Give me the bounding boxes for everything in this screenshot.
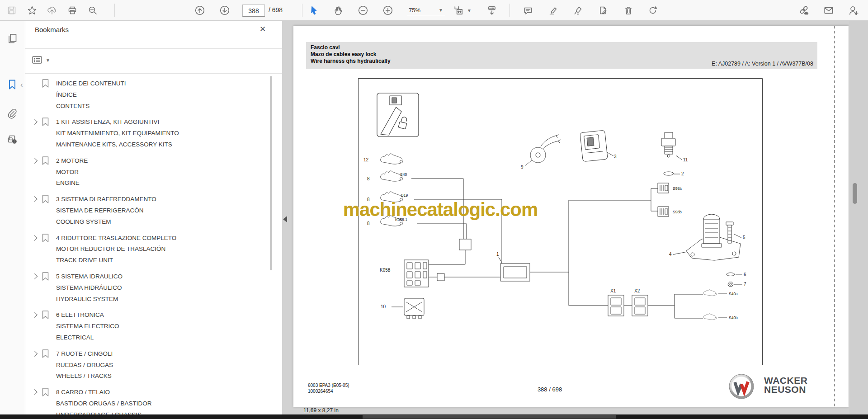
bookmark-item-text: 1 KIT ASSISTENZA, KIT AGGIUNTIVIKIT MANT… xyxy=(56,117,278,150)
fit-width-icon[interactable] xyxy=(453,5,464,16)
bookmark-item-text: 8 CARRO / TELAIOBASTIDOR ORUGAS / BASTID… xyxy=(56,387,278,415)
toolbar-divider xyxy=(114,4,115,17)
part-label: 9 xyxy=(521,165,524,169)
bookmarks-list: INDICE DEI CONTENUTIÍNDICECONTENTS 1 KIT… xyxy=(25,76,278,415)
bookmark-item[interactable]: 3 SISTEMA DI RAFFREDDAMENTOSISTEMA DE RE… xyxy=(25,192,278,230)
brand-wordmark: WACKER NEUSON xyxy=(764,376,807,394)
bookmark-item[interactable]: 8 CARRO / TELAIOBASTIDOR ORUGAS / BASTID… xyxy=(25,385,278,415)
net-label: S40a xyxy=(729,292,738,296)
bookmark-item-text: INDICE DEI CONTENUTIÍNDICECONTENTS xyxy=(56,78,278,112)
wiring-diagram: 12 8 S40 8 B19 8 K058.1 9 3 11 2 S98a S9… xyxy=(358,78,763,365)
highlight-icon[interactable] xyxy=(548,5,559,16)
options-list-icon xyxy=(32,55,43,65)
page-reference: E: AJ02789 / A: Version 1 / AVW377B/08 xyxy=(712,61,813,67)
net-label: S40b xyxy=(729,315,738,320)
bookmark-ribbon-icon xyxy=(42,349,49,360)
vertical-scrollbar-thumb[interactable] xyxy=(853,183,857,204)
edit-page-icon[interactable] xyxy=(598,5,609,16)
scroll-mode-icon[interactable] xyxy=(486,5,497,16)
page-tile-boundary xyxy=(834,26,835,407)
expand-chevron-icon[interactable] xyxy=(32,235,38,241)
bookmark-ribbon-icon xyxy=(42,156,49,167)
bookmarks-panel-title: Bookmarks xyxy=(35,26,69,33)
document-code: 6003 EPA3 (E05-05) 1000264654 xyxy=(308,382,349,394)
part-label: 8 xyxy=(367,176,370,181)
bookmarks-icon[interactable] xyxy=(5,77,20,92)
collapse-panel-button[interactable] xyxy=(283,216,287,222)
wacker-neuson-logo-icon xyxy=(728,373,755,401)
expand-chevron-icon[interactable] xyxy=(32,158,38,164)
bookmark-item-text: 6 ELETTRONICASISTEMA ELECTRICOELECTRICAL xyxy=(56,310,278,343)
component-label: K058 xyxy=(380,268,391,273)
delete-icon[interactable] xyxy=(623,5,634,16)
bookmark-item-text: 5 SISTEMA IDRAULICOSISTEMA HIDRÁULICOHYD… xyxy=(56,271,278,305)
bookmark-item[interactable]: INDICE DEI CONTENUTIÍNDICECONTENTS xyxy=(25,76,278,114)
zoom-out-icon[interactable] xyxy=(358,5,368,16)
rotate-icon[interactable] xyxy=(647,5,658,16)
top-toolbar: / 698 75%▼ ▼ xyxy=(0,0,868,21)
email-icon[interactable] xyxy=(823,5,834,16)
select-tool-icon[interactable] xyxy=(308,5,319,16)
zoom-in-icon[interactable] xyxy=(382,5,393,16)
bookmark-item[interactable]: 7 RUOTE / CINGOLIRUEDAS / ORUGASWHEELS /… xyxy=(25,346,278,385)
bookmark-item[interactable]: 1 KIT ASSISTENZA, KIT AGGIUNTIVIKIT MANT… xyxy=(25,114,278,153)
print-icon[interactable] xyxy=(67,5,78,16)
expand-chevron-icon[interactable] xyxy=(32,389,38,395)
next-page-icon[interactable] xyxy=(219,5,230,16)
brand-line1: WACKER xyxy=(764,376,807,385)
save-icon[interactable] xyxy=(6,5,17,16)
expand-chevron-icon[interactable] xyxy=(32,196,38,202)
previous-page-icon[interactable] xyxy=(194,5,205,16)
attachments-icon[interactable] xyxy=(5,107,20,122)
comment-icon[interactable] xyxy=(523,5,533,16)
part-label: 11 xyxy=(683,157,688,162)
add-person-icon[interactable] xyxy=(848,5,859,16)
bookmark-item[interactable]: 2 MOTOREMOTORENGINE xyxy=(25,153,278,192)
document-code-line2: 1000264654 xyxy=(308,388,349,394)
expand-chevron-icon[interactable] xyxy=(32,273,38,279)
bookmarks-scrollbar[interactable] xyxy=(270,76,272,270)
page-size-status: 11,69 x 8,27 in xyxy=(303,407,339,414)
page-title-line: Fascio cavi xyxy=(311,44,813,51)
share-upload-icon[interactable] xyxy=(47,5,57,16)
toolbar-divider xyxy=(302,4,302,17)
bookmark-item[interactable]: 6 ELETTRONICASISTEMA ELECTRICOELECTRICAL xyxy=(25,307,278,346)
fill-sign-icon[interactable] xyxy=(572,5,583,16)
part-label: 10 xyxy=(381,304,386,309)
chevron-down-icon[interactable]: ▼ xyxy=(467,8,472,13)
page-total-label: / 698 xyxy=(269,6,283,14)
connector-label: X1 xyxy=(610,288,616,293)
part-label: 5 xyxy=(743,235,745,240)
hand-tool-icon[interactable] xyxy=(333,5,344,16)
share-link-icon[interactable] xyxy=(798,5,809,16)
pdf-page: Fascio cavi Mazo de cables easy lock Wir… xyxy=(293,26,849,407)
model-tree-icon[interactable]: i xyxy=(5,132,20,147)
bookmark-ribbon-icon xyxy=(42,387,49,399)
page-indicator: 388 / 698 xyxy=(532,386,568,393)
star-icon[interactable] xyxy=(27,5,38,16)
chevron-down-icon: ▼ xyxy=(439,8,443,13)
net-label: S98a xyxy=(673,186,682,191)
zoom-level-value: 75% xyxy=(409,7,420,14)
toolbar-divider xyxy=(509,4,510,17)
expand-chevron-icon[interactable] xyxy=(32,312,38,318)
bookmark-ribbon-icon xyxy=(42,79,49,90)
horizontal-scrollbar-thumb[interactable] xyxy=(363,415,616,419)
divider xyxy=(25,73,282,74)
bookmark-item[interactable]: 4 RIDUTTORE TRASLAZIONE COMPLETOMOTOR RE… xyxy=(25,231,278,269)
page-title-line: Mazo de cables easy lock xyxy=(311,51,813,58)
close-icon[interactable]: ✕ xyxy=(259,24,266,34)
divider xyxy=(25,48,282,49)
expand-chevron-icon[interactable] xyxy=(32,351,38,357)
bookmark-item[interactable]: 5 SISTEMA IDRAULICOSISTEMA HIDRÁULICOHYD… xyxy=(25,269,278,307)
expand-chevron-icon[interactable] xyxy=(32,119,38,125)
search-icon[interactable] xyxy=(87,5,98,16)
zoom-level-dropdown[interactable]: 75%▼ xyxy=(407,5,445,16)
vertical-scrollbar-track[interactable] xyxy=(849,21,868,414)
bookmarks-options-button[interactable]: ▼ xyxy=(32,53,52,67)
page-number-input[interactable] xyxy=(242,5,265,17)
part-label: 3 xyxy=(614,154,617,159)
page-thumbnails-icon[interactable] xyxy=(5,31,20,46)
bookmark-ribbon-icon xyxy=(42,117,49,128)
net-label: S40 xyxy=(400,172,407,177)
